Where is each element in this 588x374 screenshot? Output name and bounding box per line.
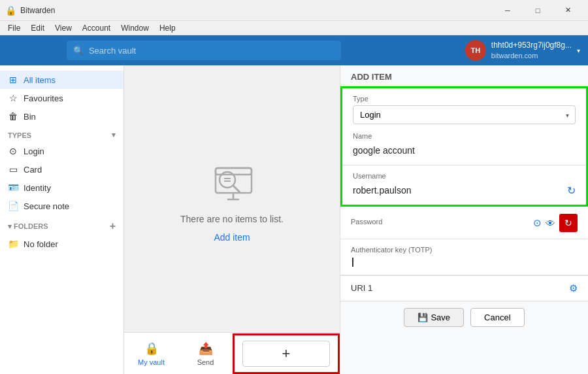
send-icon: 📤 <box>199 341 213 356</box>
sidebar-label-no-folder: No folder <box>24 239 58 249</box>
empty-illustration <box>203 155 261 206</box>
window-controls: ─ □ ✕ <box>493 0 583 21</box>
right-panel: ADD ITEM Type Login Card Identity Secure… <box>340 65 588 374</box>
type-label: Type <box>353 95 576 103</box>
my-vault-label: My vault <box>138 358 165 366</box>
send-nav[interactable]: 📤 Send <box>178 336 233 371</box>
menu-bar: File Edit View Account Window Help <box>0 21 588 35</box>
refresh-password-icon[interactable]: ↻ <box>559 214 578 232</box>
folder-icon: 📁 <box>8 239 18 249</box>
sidebar-label-identity: Identity <box>24 183 51 193</box>
panel-header: ADD ITEM <box>340 65 588 86</box>
username-field: Username robert.paulson ↻ <box>342 165 586 205</box>
empty-state-svg <box>203 155 261 204</box>
my-vault-nav[interactable]: 🔒 My vault <box>124 336 178 371</box>
close-button[interactable]: ✕ <box>553 0 583 21</box>
sidebar-label-card: Card <box>24 165 42 175</box>
chevron-folders-icon: ▾ <box>8 222 14 230</box>
bottom-bar: 🔒 My vault 📤 Send + <box>124 332 340 374</box>
save-button[interactable]: 💾 Save <box>404 308 464 327</box>
menu-help[interactable]: Help <box>154 22 181 34</box>
app-title: Bitwarden <box>20 6 55 15</box>
app-icon: 🔒 <box>5 5 16 16</box>
refresh-username-icon[interactable]: ↻ <box>567 184 576 197</box>
name-label: Name <box>353 132 576 140</box>
folders-label: ▾ FOLDERS <box>8 222 48 231</box>
maximize-button[interactable]: □ <box>523 0 553 21</box>
svg-rect-0 <box>216 168 252 193</box>
toolbar: 🔍 TH thht0d+953rg7ij0gf8g... bitwarden.c… <box>0 35 588 65</box>
panel-footer: 💾 Save Cancel <box>340 301 588 333</box>
main-layout: ⊞ All items ☆ Favourites 🗑 Bin TYPES ▾ ⊙… <box>0 65 588 374</box>
card-icon: ▭ <box>8 164 18 175</box>
add-folder-icon[interactable]: + <box>110 220 116 232</box>
sidebar-item-bin[interactable]: 🗑 Bin <box>0 107 123 126</box>
menu-file[interactable]: File <box>3 22 25 34</box>
sidebar-label-secure-note: Secure note <box>24 201 69 211</box>
uri-settings-icon[interactable]: ⚙ <box>569 282 578 294</box>
chevron-down-icon[interactable]: ▾ <box>577 47 580 54</box>
content-area: There are no items to list. Add item <box>124 65 340 332</box>
send-label: Send <box>197 358 214 366</box>
user-area: TH thht0d+953rg7ij0gf8g... bitwarden.com… <box>465 40 580 61</box>
menu-view[interactable]: View <box>50 22 77 34</box>
username-row: robert.paulson ↻ <box>353 182 576 198</box>
types-section-header: TYPES ▾ <box>0 126 123 142</box>
avatar: TH <box>465 40 486 61</box>
totp-section: Authenticator key (TOTP) <box>340 239 588 275</box>
type-select-wrapper: Login Card Identity Secure Note ▾ <box>353 105 576 124</box>
content-wrapper: There are no items to list. Add item 🔒 M… <box>124 65 340 374</box>
type-select[interactable]: Login Card Identity Secure Note <box>353 105 576 124</box>
menu-edit[interactable]: Edit <box>25 22 50 34</box>
login-icon: ⊙ <box>8 146 18 156</box>
name-value: google account <box>353 143 576 158</box>
sidebar-label-login: Login <box>24 146 44 156</box>
identity-icon: 🪪 <box>8 182 18 193</box>
chevron-types-icon: ▾ <box>112 131 116 139</box>
check-icon[interactable]: ⊙ <box>533 217 542 229</box>
save-icon: 💾 <box>417 313 428 322</box>
search-input[interactable] <box>89 46 335 56</box>
svg-line-5 <box>233 186 240 192</box>
sidebar-item-favourites[interactable]: ☆ Favourites <box>0 89 123 107</box>
add-item-button[interactable]: + <box>242 341 330 367</box>
menu-window[interactable]: Window <box>116 22 154 34</box>
title-bar-left: 🔒 Bitwarden <box>5 5 55 16</box>
empty-text: There are no items to list. <box>180 214 284 224</box>
password-icons: ⊙ 👁 ↻ <box>533 214 578 232</box>
name-field: Name google account <box>342 132 586 165</box>
password-label: Password <box>351 218 382 226</box>
vault-icon: 🔒 <box>144 341 159 356</box>
user-domain: bitwarden.com <box>491 51 572 60</box>
sidebar-item-card[interactable]: ▭ Card <box>0 160 123 178</box>
search-box[interactable]: 🔍 <box>67 41 341 60</box>
star-icon: ☆ <box>8 93 18 103</box>
sidebar-label-favourites: Favourites <box>24 94 63 103</box>
user-info: thht0d+953rg7ij0gf8g... bitwarden.com <box>491 41 572 60</box>
user-name: thht0d+953rg7ij0gf8g... <box>491 41 572 51</box>
sidebar-item-login[interactable]: ⊙ Login <box>0 142 123 160</box>
minimize-button[interactable]: ─ <box>493 0 523 21</box>
username-value: robert.paulson <box>353 182 412 198</box>
password-section: Password ⊙ 👁 ↻ <box>340 207 588 239</box>
search-icon: 🔍 <box>73 46 84 56</box>
uri-section: URI 1 ⚙ <box>340 275 588 301</box>
sidebar-item-all-items[interactable]: ⊞ All items <box>0 71 123 89</box>
sidebar-label-all-items: All items <box>24 75 56 85</box>
eye-icon[interactable]: 👁 <box>546 218 555 229</box>
title-bar: 🔒 Bitwarden ─ □ ✕ <box>0 0 588 21</box>
sidebar-item-identity[interactable]: 🪪 Identity <box>0 178 123 197</box>
trash-icon: 🗑 <box>8 111 18 122</box>
sidebar-item-no-folder[interactable]: 📁 No folder <box>0 235 123 253</box>
type-field: Type Login Card Identity Secure Note ▾ <box>342 88 586 124</box>
svg-rect-1 <box>216 168 252 175</box>
sidebar-label-bin: Bin <box>24 112 36 122</box>
menu-account[interactable]: Account <box>77 22 116 34</box>
cancel-button[interactable]: Cancel <box>470 308 524 327</box>
add-item-link[interactable]: Add item <box>214 232 250 243</box>
highlighted-fields-section: Type Login Card Identity Secure Note ▾ N… <box>340 86 588 207</box>
folders-section-header: ▾ FOLDERS + <box>0 215 123 235</box>
sidebar-item-secure-note[interactable]: 📄 Secure note <box>0 197 123 215</box>
note-icon: 📄 <box>8 201 18 211</box>
add-button-container: + <box>233 333 340 374</box>
